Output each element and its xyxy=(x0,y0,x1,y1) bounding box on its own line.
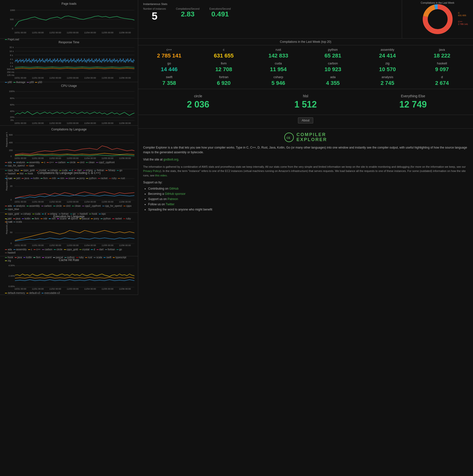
cpp-comp-line xyxy=(15,146,134,155)
exec-legend-1: ada assembly c c++ carbon circle cppx_go… xyxy=(2,248,135,255)
right-column: Instantaneous Stats Number of instances … xyxy=(138,0,473,295)
instantaneous-stats-label: Instantaneous Stats xyxy=(143,2,397,5)
svg-text:11/04 00:00: 11/04 00:00 xyxy=(84,288,96,290)
svg-text:11/05 00:00: 11/05 00:00 xyxy=(102,201,114,203)
svg-text:11/05 00:00: 11/05 00:00 xyxy=(102,31,114,34)
svg-text:100: 100 xyxy=(9,221,13,223)
support-list: Contributing on GitHub Becoming a GitHub… xyxy=(148,186,468,212)
svg-text:11/01 00:00: 11/01 00:00 xyxy=(32,77,44,79)
compiler-explorer-logo: CE COMPILER EXPLORER xyxy=(143,132,468,142)
exec-by-lang-panel: Execution by Language 100 50 0 Requests … xyxy=(0,213,138,256)
patreon-link[interactable]: Patreon xyxy=(168,197,178,201)
svg-text:11/02 00:00: 11/02 00:00 xyxy=(49,31,61,34)
cache-memory-line xyxy=(15,274,134,276)
legend-default-memory: default-memory xyxy=(5,292,25,294)
instantaneous-stats-panel: Instantaneous Stats Number of instances … xyxy=(138,0,402,38)
svg-text:0.00%: 0.00% xyxy=(8,285,15,288)
svg-text:2.00%: 2.00% xyxy=(8,275,15,277)
svg-text:11/04 00:00: 11/04 00:00 xyxy=(84,201,96,203)
hlsl-stat: hlsl 1 512 xyxy=(253,94,358,110)
comp-by-lang-title: Compilations by Language xyxy=(2,128,135,131)
ce-logo-text-area: COMPILER EXPLORER xyxy=(296,132,327,142)
svg-text:11/05 00:00: 11/05 00:00 xyxy=(102,77,114,79)
svg-text:Requests per Minute: Requests per Minute xyxy=(5,132,8,147)
support-item-word: Spreading the word to anyone who might b… xyxy=(148,207,468,212)
svg-text:11/01 00:00: 11/01 00:00 xyxy=(32,288,44,290)
svg-text:11/04 00:00: 11/04 00:00 xyxy=(84,77,96,79)
donut-c-label: C 631 655 xyxy=(458,12,468,17)
cache-hit-title: Cache Hit Rate xyxy=(2,258,135,262)
github-link[interactable]: GitHub xyxy=(169,187,178,190)
godbolt-link[interactable]: godbolt.org xyxy=(163,158,178,161)
svg-text:11/03 00:00: 11/03 00:00 xyxy=(67,31,79,34)
executions-value: 0.491 xyxy=(209,10,231,18)
page-loads-panel: Page loads 1000 500 0 10/31 00:00 11/01 … xyxy=(0,0,138,39)
video-link[interactable]: this video xyxy=(155,174,167,177)
top-stats-row: Instantaneous Stats Number of instances … xyxy=(138,0,473,39)
svg-text:1 s: 1 s xyxy=(10,65,13,67)
svg-text:11/01 00:00: 11/01 00:00 xyxy=(32,201,44,203)
excl-line-2 xyxy=(15,195,134,199)
exec-by-lang-svg: 100 50 0 Requests per Minute 10/31 00:00… xyxy=(2,219,136,247)
lang-zig: zig 10 570 xyxy=(360,61,415,73)
svg-text:0%: 0% xyxy=(10,119,14,121)
compiler-text: COMPILER xyxy=(296,132,327,137)
privacy-policy-link[interactable]: Privacy Policy xyxy=(143,169,160,172)
response-time-title: Response Time xyxy=(2,41,135,44)
cache-hit-legend: default-memory default-s3 executable-s3 xyxy=(2,291,135,295)
comp-top20-title: Compilations in the Last Week (top 20) xyxy=(138,39,473,45)
svg-text:400: 400 xyxy=(9,141,13,144)
executions-stat: Executions/Second 0.491 xyxy=(209,7,231,18)
ce-logo-svg: CE xyxy=(284,132,294,142)
response-p50-line xyxy=(15,68,134,69)
svg-text:11/02 00:00: 11/02 00:00 xyxy=(49,288,61,290)
cpu-usage-svg: 100% 80% 60% 40% 20% 0% 10/31 00:00 11/0… xyxy=(2,89,136,125)
about-panel: CE COMPILER EXPLORER Compiler Explorer i… xyxy=(138,129,473,216)
comp-by-lang-excl-svg: 40 20 0 Requests per Minute 10/31 00:00 … xyxy=(2,176,136,203)
svg-text:11/01 00:00: 11/01 00:00 xyxy=(32,157,44,159)
response-time-svg: 32 s 16 s 8 s 4 s 2 s 1 s 500 ms 250 ms … xyxy=(2,45,135,80)
lang-fortran: fortran 6 920 xyxy=(196,75,251,86)
about-button-area: About xyxy=(138,115,473,129)
compilations-stat: Compilations/Second 2.83 xyxy=(176,7,200,18)
about-description: Compiler Explorer is a site that lets yo… xyxy=(143,145,468,155)
svg-text:20%: 20% xyxy=(10,116,14,118)
c-comp-line xyxy=(15,153,134,155)
donut-cpp-label: C++ 2 785 141 xyxy=(458,20,468,25)
legend-executable-s3: executable-s3 xyxy=(42,292,60,294)
svg-text:125 ms: 125 ms xyxy=(7,74,14,76)
instantaneous-stats-values: Number of instances 5 Compilations/Secon… xyxy=(143,7,397,22)
svg-text:10/31 00:00: 10/31 00:00 xyxy=(14,77,26,79)
comp-by-lang-excl-panel: Compilations by Language (excluding C & … xyxy=(0,169,138,213)
github-sponsor-link[interactable]: GitHub sponsor xyxy=(165,192,185,196)
svg-text:40: 40 xyxy=(10,177,12,180)
support-item-sponsor: Becoming a GitHub sponsor xyxy=(148,192,468,196)
about-button[interactable]: About xyxy=(298,117,313,123)
cache-hit-panel: Cache Hit Rate 4.00% 2.00% 0.00% 10/31 0… xyxy=(0,256,138,295)
twitter-link[interactable]: Twitter xyxy=(166,203,174,206)
svg-text:Requests per Minute: Requests per Minute xyxy=(5,176,8,191)
svg-text:10/31 00:00: 10/31 00:00 xyxy=(14,157,26,159)
comp-top20-grid: c++ 2 785 141 c 631 655 rust 142 833 pyt… xyxy=(138,45,473,89)
lang-cuda: cuda 11 954 xyxy=(251,61,305,73)
svg-text:600: 600 xyxy=(9,134,13,136)
donut-center xyxy=(428,10,447,29)
exec-line-2 xyxy=(15,238,134,241)
compilations-value: 2.83 xyxy=(176,10,200,18)
svg-text:11/03 00:00: 11/03 00:00 xyxy=(67,201,79,203)
svg-text:11/02 00:00: 11/02 00:00 xyxy=(49,77,61,79)
lang-python: python 65 281 xyxy=(306,48,360,59)
lang-java: java 18 222 xyxy=(415,48,469,59)
svg-text:11/05 00:00: 11/05 00:00 xyxy=(102,288,114,290)
svg-text:11/02 00:00: 11/02 00:00 xyxy=(49,122,61,124)
svg-text:250 ms: 250 ms xyxy=(7,71,14,73)
comp-by-lang-legend-1: ada analysis assembly c c++ carbon circl… xyxy=(2,160,135,167)
svg-text:11/06 00:00: 11/06 00:00 xyxy=(119,77,131,79)
svg-text:4 s: 4 s xyxy=(10,58,13,60)
svg-text:11/02 00:00: 11/02 00:00 xyxy=(49,201,61,203)
svg-text:500 ms: 500 ms xyxy=(7,68,14,70)
svg-text:11/01 00:00: 11/01 00:00 xyxy=(32,31,44,34)
exec-by-lang-title: Execution by Language xyxy=(2,215,135,218)
y-label-500: 500 xyxy=(10,18,14,21)
response-time-panel: Response Time 32 s 16 s 8 s 4 s 2 s 1 s … xyxy=(0,39,138,82)
